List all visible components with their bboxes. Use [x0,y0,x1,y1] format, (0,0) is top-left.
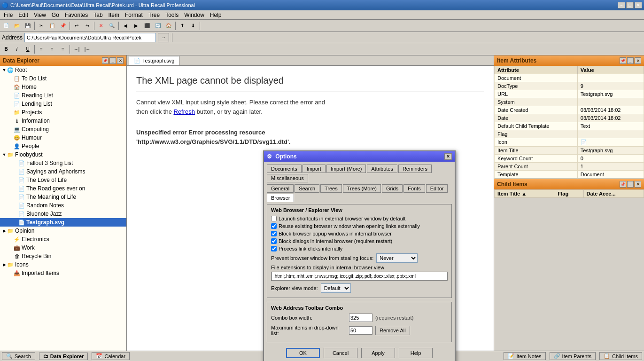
dialog-close-button[interactable]: ✕ [444,153,452,160]
dtab-editor[interactable]: Editor [426,184,448,193]
dtab-fonts[interactable]: Fonts [403,184,425,193]
dialog-overlay: ⚙ Options ✕ Documents Import Import (Mor… [0,0,644,361]
checkbox-process-links-input[interactable] [271,246,277,251]
checkbox-reuse-browser-label: Reuse existing browser window when openi… [279,223,420,229]
dtab-import-more[interactable]: Import (More) [326,165,366,173]
dtab-miscellaneous[interactable]: Miscellaneous [267,174,308,182]
dtab-reminders[interactable]: Reminders [398,165,432,173]
web-browser-section: Web Browser / Explorer View Launch short… [267,204,452,298]
combo-width-note: (requires restart) [375,315,413,321]
options-dialog: ⚙ Options ✕ Documents Import Import (Mor… [263,150,456,361]
combo-width-row: Combo box width: (requires restart) [271,314,448,322]
dialog-tab-row-2: General Search Trees Trees (More) Grids … [267,184,452,202]
checkbox-reuse-browser: Reuse existing browser window when openi… [271,223,448,229]
dtab-documents[interactable]: Documents [267,165,302,173]
dtab-trees[interactable]: Trees [320,184,342,193]
cancel-button[interactable]: Cancel [324,348,357,358]
dtab-grids[interactable]: Grids [382,184,403,193]
dtab-trees-more[interactable]: Trees (More) [343,184,381,193]
checkbox-block-popup-label: Block browser popup windows in internal … [279,231,392,236]
remove-all-button[interactable]: Remove All [375,326,410,335]
checkbox-block-popup-input[interactable] [271,231,277,236]
checkbox-process-links: Process link clicks internally [271,246,448,251]
checkbox-block-dialogs: Block dialogs in internal browser (requi… [271,238,448,244]
focus-select[interactable]: Never Always When Active [376,253,418,263]
focus-label: Prevent browser window from stealing foc… [271,255,373,261]
dialog-buttons: OK Cancel Apply Help [267,346,452,360]
dtab-import[interactable]: Import [303,165,326,173]
checkbox-block-dialogs-input[interactable] [271,238,277,244]
dialog-body: Documents Import Import (More) Attribute… [264,162,455,361]
explorer-mode-label: Explorer view mode: [271,285,318,291]
checkbox-launch-shortcuts: Launch shortcuts in external browser win… [271,216,448,221]
dialog-title-icon: ⚙ [267,153,272,160]
dialog-title-text: ⚙ Options [267,153,297,160]
combo-section: Web Address Toolbar Combo Combo box widt… [267,302,452,342]
ext-label: File extensions to display in internal b… [271,265,448,270]
dialog-title-bar: ⚙ Options ✕ [264,151,455,162]
max-items-label: Maximum items in drop-down list: [271,325,346,336]
ext-value: .html;.htm;.mht;.eml;.nws;.msg;.ico;.gif… [271,272,448,281]
checkbox-block-popup: Block browser popup windows in internal … [271,231,448,236]
checkbox-launch-shortcuts-label: Launch shortcuts in external browser win… [279,216,405,221]
help-button[interactable]: Help [399,348,433,358]
dtab-general[interactable]: General [267,184,294,193]
max-items-input[interactable] [349,326,372,335]
ok-button[interactable]: OK [286,348,320,358]
combo-width-label: Combo box width: [271,315,346,321]
web-browser-section-title: Web Browser / Explorer View [271,207,448,213]
checkbox-launch-shortcuts-input[interactable] [271,216,277,221]
focus-row: Prevent browser window from stealing foc… [271,253,448,263]
combo-width-input[interactable] [349,314,372,322]
apply-button[interactable]: Apply [361,348,395,358]
dialog-tab-row-1: Documents Import Import (More) Attribute… [267,165,452,182]
checkbox-reuse-browser-input[interactable] [271,223,277,229]
dialog-title-label: Options [275,153,296,160]
checkbox-process-links-label: Process link clicks internally [279,246,342,251]
explorer-mode-select[interactable]: Default Custom [321,283,351,293]
dtab-search[interactable]: Search [295,184,319,193]
checkbox-block-dialogs-label: Block dialogs in internal browser (requi… [279,238,392,244]
dtab-attributes[interactable]: Attributes [367,165,397,173]
dtab-browser[interactable]: Browser [267,194,294,202]
combo-section-title: Web Address Toolbar Combo [271,305,448,311]
explorer-mode-row: Explorer view mode: Default Custom [271,283,448,293]
max-items-row: Maximum items in drop-down list: Remove … [271,325,448,336]
